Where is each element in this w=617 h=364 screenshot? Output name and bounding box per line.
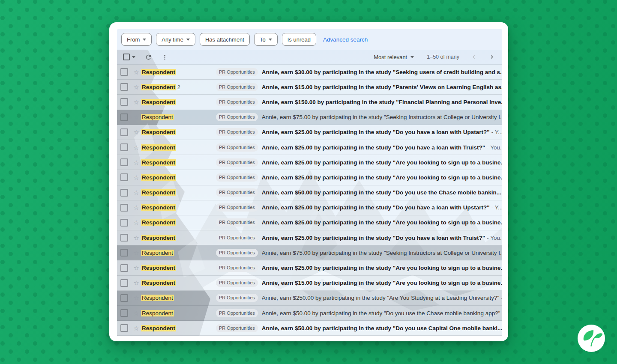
star-icon[interactable]: ☆ [132,250,141,256]
sender-name: Respondent [141,144,176,151]
email-row[interactable]: ☆ Respondent2 PR Opportunities Annie, ea… [117,80,502,95]
email-row[interactable]: ☆ Respondent PR Opportunities Annie, ear… [117,125,502,140]
advanced-search-link[interactable]: Advanced search [323,36,368,43]
subject-text: Annie, earn $150.00 by participating in … [262,99,502,105]
star-icon[interactable]: ☆ [132,69,141,75]
label-badge[interactable]: PR Opportunities [216,83,258,91]
row-checkbox[interactable] [120,324,128,332]
star-icon[interactable]: ☆ [132,235,141,241]
star-icon[interactable]: ☆ [132,310,141,316]
label-badge[interactable]: PR Opportunities [216,113,258,121]
filter-chip-to-label: To [260,36,266,43]
label-badge[interactable]: PR Opportunities [216,264,258,272]
label-badge[interactable]: PR Opportunities [216,98,258,106]
label-badge[interactable]: PR Opportunities [216,249,258,257]
row-checkbox[interactable] [120,249,128,257]
row-checkbox[interactable] [120,158,128,166]
label-badge[interactable]: PR Opportunities [216,203,258,212]
email-row[interactable]: ☆ Respondent PR Opportunities Annie, ear… [117,215,502,230]
row-checkbox[interactable] [120,83,128,91]
label-badge[interactable]: PR Opportunities [216,128,258,136]
select-dropdown-icon[interactable] [132,56,135,58]
sort-dropdown[interactable]: Most relevant [374,54,414,60]
row-subject: Annie, earn $15.00 by participating in t… [262,280,502,286]
star-icon[interactable]: ☆ [132,144,141,151]
label-badge[interactable]: PR Opportunities [216,188,258,197]
star-icon[interactable]: ☆ [132,295,141,301]
more-options-button[interactable] [162,54,168,60]
sender-name: Respondent [141,280,176,286]
row-checkbox[interactable] [120,68,128,76]
star-icon[interactable]: ☆ [132,325,141,331]
label-badge[interactable]: PR Opportunities [216,218,258,227]
email-row[interactable]: ☆ Respondent PR Opportunities Annie, ear… [117,321,502,336]
label-badge[interactable]: PR Opportunities [216,234,258,242]
filter-chip-any-time[interactable]: Any time [156,33,195,46]
label-badge[interactable]: PR Opportunities [216,143,258,152]
filter-chip-from[interactable]: From [121,33,152,46]
sender-name: Respondent [141,204,176,211]
star-icon[interactable]: ☆ [132,114,141,120]
row-sender: Respondent2 [141,84,213,90]
newer-page-button[interactable] [470,54,477,60]
sender-name: Respondent [141,325,176,331]
email-row[interactable]: ☆ Respondent PR Opportunities Annie, ear… [117,260,502,275]
label-badge[interactable]: PR Opportunities [216,68,258,76]
sender-name: Respondent [141,84,176,90]
email-row[interactable]: ☆ Respondent PR Opportunities Annie, ear… [117,155,502,170]
filter-chip-is-unread[interactable]: Is unread [282,33,316,46]
row-checkbox[interactable] [120,219,128,227]
row-checkbox[interactable] [120,204,128,212]
row-checkbox[interactable] [120,128,128,136]
older-page-button[interactable] [488,54,495,60]
email-row[interactable]: ☆ Respondent PR Opportunities Annie, ear… [117,245,502,260]
email-row[interactable]: ☆ Respondent PR Opportunities Annie, ear… [117,65,502,80]
email-row[interactable]: ☆ Respondent PR Opportunities Annie, ear… [117,140,502,155]
refresh-button[interactable] [145,54,152,61]
label-badge[interactable]: PR Opportunities [216,324,258,332]
snippet-text: - Y... [491,129,502,135]
star-icon[interactable]: ☆ [132,84,141,90]
row-checkbox[interactable] [120,309,128,317]
filter-chip-has-attachment[interactable]: Has attachment [200,33,250,46]
snippet-text: - Y... [491,204,502,211]
email-row[interactable]: ☆ Respondent PR Opportunities Annie, ear… [117,200,502,215]
label-badge[interactable]: PR Opportunities [216,279,258,287]
email-list-area: Most relevant 1–50 of many ☆ Respondent … [117,50,502,336]
star-icon[interactable]: ☆ [132,204,141,211]
label-badge[interactable]: PR Opportunities [216,294,258,302]
label-badge[interactable]: PR Opportunities [216,158,258,167]
row-checkbox[interactable] [120,189,128,197]
email-row[interactable]: ☆ Respondent PR Opportunities Annie, ear… [117,185,502,200]
star-icon[interactable]: ☆ [132,99,141,105]
star-icon[interactable]: ☆ [132,280,141,286]
row-checkbox[interactable] [120,279,128,287]
row-checkbox[interactable] [120,98,128,106]
email-row[interactable]: ☆ Respondent PR Opportunities Annie, ear… [117,276,502,291]
email-row[interactable]: ☆ Respondent PR Opportunities Annie, ear… [117,306,502,321]
row-checkbox[interactable] [120,143,128,151]
star-icon[interactable]: ☆ [132,159,141,166]
email-row[interactable]: ☆ Respondent PR Opportunities Annie, ear… [117,170,502,185]
star-icon[interactable]: ☆ [132,129,141,135]
email-row[interactable]: ☆ Respondent PR Opportunities Annie, ear… [117,230,502,245]
email-row[interactable]: ☆ Respondent PR Opportunities Annie, ear… [117,95,502,110]
star-icon[interactable]: ☆ [132,174,141,181]
star-icon[interactable]: ☆ [132,189,141,196]
row-subject: Annie, earn $50.00 by participating in t… [262,325,502,331]
select-all-checkbox[interactable] [123,54,130,60]
filter-chip-to[interactable]: To [254,33,278,46]
row-checkbox[interactable] [120,294,128,302]
row-checkbox[interactable] [120,113,128,121]
row-checkbox[interactable] [120,234,128,242]
row-checkbox[interactable] [120,264,128,272]
star-icon[interactable]: ☆ [132,265,141,271]
email-row[interactable]: ☆ Respondent PR Opportunities Annie, ear… [117,291,502,306]
email-row[interactable]: ☆ Respondent PR Opportunities Annie, ear… [117,110,502,125]
row-sender: Respondent [141,189,213,196]
label-badge[interactable]: PR Opportunities [216,309,258,317]
row-subject: Annie, earn $25.00 by participating in t… [262,159,502,166]
label-badge[interactable]: PR Opportunities [216,173,258,182]
row-checkbox[interactable] [120,173,128,181]
star-icon[interactable]: ☆ [132,219,141,226]
